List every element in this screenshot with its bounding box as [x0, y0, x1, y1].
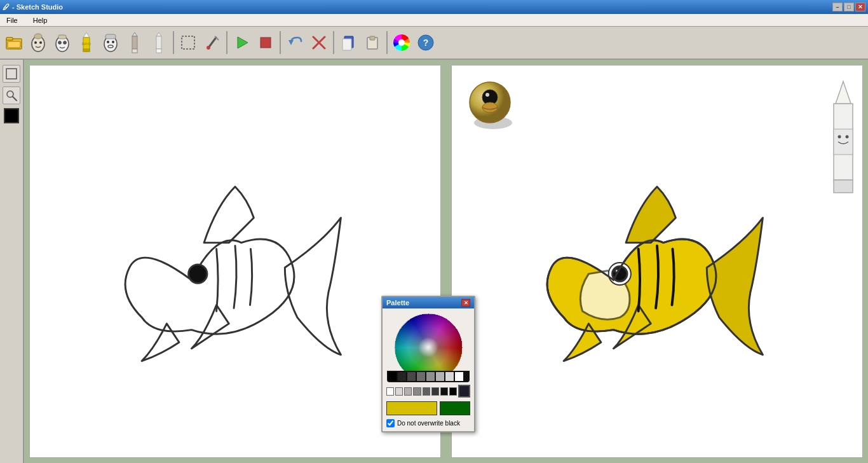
svg-point-5: [39, 41, 42, 44]
svg-point-46: [189, 265, 207, 283]
sphere-character: [458, 72, 509, 123]
primary-color-swatch[interactable]: [386, 401, 437, 415]
svg-rect-10: [58, 35, 66, 39]
svg-point-28: [207, 46, 210, 50]
eyedropper-button[interactable]: [201, 30, 224, 55]
sidebar-tool-1[interactable]: [3, 65, 20, 83]
toolbar: CRAYON: [0, 27, 868, 60]
white-crayon-button[interactable]: [147, 30, 170, 55]
overwrite-row: Do not overwrite black: [386, 419, 470, 427]
gray-swatch-6[interactable]: [440, 387, 448, 396]
svg-rect-19: [105, 34, 116, 39]
svg-rect-13: [83, 49, 90, 52]
svg-point-59: [846, 135, 849, 139]
palette-open-button[interactable]: [390, 30, 413, 55]
svg-point-4: [34, 41, 37, 44]
color-swatch[interactable]: [4, 108, 19, 123]
undo-button[interactable]: [283, 30, 306, 55]
gray-swatch-5[interactable]: [431, 387, 439, 396]
svg-rect-25: [156, 49, 161, 53]
svg-marker-11: [83, 32, 90, 38]
svg-marker-30: [238, 37, 248, 48]
color-wheel-container[interactable]: [387, 312, 470, 382]
delete-button[interactable]: [308, 30, 330, 55]
title-bar-controls: – □ ✕: [832, 3, 865, 11]
face1-button[interactable]: [27, 30, 50, 55]
svg-rect-60: [834, 180, 853, 193]
crayon-character: [824, 78, 856, 193]
svg-point-6: [34, 34, 42, 39]
svg-point-50: [485, 93, 489, 97]
svg-rect-1: [6, 38, 13, 40]
secondary-color-swatch[interactable]: [440, 401, 470, 415]
palette-close-button[interactable]: ✕: [461, 299, 470, 307]
outline-fish-drawing: [30, 66, 440, 457]
svg-rect-21: [132, 36, 137, 49]
gray-swatch-0[interactable]: [386, 387, 394, 396]
toolbar-separator2: [226, 31, 227, 54]
gray-swatch-4[interactable]: [423, 387, 430, 396]
sidebar-tool-2[interactable]: [3, 86, 20, 104]
title-bar-left: 🖊 - Sketch Studio: [3, 3, 63, 11]
open-file-button[interactable]: [3, 30, 25, 55]
close-button[interactable]: ✕: [855, 3, 865, 11]
palette-body: Do not overwrite black: [383, 308, 474, 431]
app-title: - Sketch Studio: [12, 3, 63, 11]
svg-point-40: [398, 39, 405, 46]
toolbar-separator4: [333, 31, 334, 54]
menu-help[interactable]: Help: [29, 15, 51, 25]
svg-point-16: [107, 41, 109, 43]
menu-file[interactable]: File: [3, 15, 22, 25]
do-not-overwrite-checkbox[interactable]: [386, 419, 395, 427]
svg-rect-26: [182, 36, 194, 49]
svg-text:?: ?: [423, 38, 429, 48]
paste-button[interactable]: [361, 30, 384, 55]
minimize-button[interactable]: –: [832, 3, 843, 11]
svg-point-17: [112, 41, 114, 43]
hex-color-button[interactable]: [458, 385, 470, 397]
face3-button[interactable]: [99, 30, 122, 55]
app-icon: 🖊: [3, 3, 10, 11]
color-wheel-canvas[interactable]: [387, 312, 470, 382]
toolbar-separator3: [280, 31, 281, 54]
menu-bar: File Help: [0, 14, 868, 27]
svg-point-58: [838, 135, 841, 139]
yellow-crayon-button[interactable]: CRAYON: [75, 30, 98, 55]
toolbar-separator5: [386, 31, 388, 54]
svg-marker-55: [836, 81, 851, 104]
svg-marker-20: [132, 32, 137, 36]
stop-button[interactable]: [254, 30, 277, 55]
svg-rect-38: [370, 36, 375, 40]
palette-dialog: Palette ✕ Do not overwrite black: [381, 296, 475, 432]
canvas-right: [451, 65, 863, 458]
svg-marker-32: [288, 40, 294, 45]
face2-button[interactable]: [51, 30, 74, 55]
title-bar: 🖊 - Sketch Studio – □ ✕: [0, 0, 868, 14]
gray-swatch-3[interactable]: [413, 387, 421, 396]
svg-point-8: [58, 41, 62, 45]
svg-point-9: [64, 41, 67, 45]
svg-marker-23: [156, 32, 161, 36]
maximize-button[interactable]: □: [844, 3, 854, 11]
svg-rect-36: [342, 39, 351, 50]
svg-rect-24: [156, 36, 161, 49]
svg-rect-31: [261, 38, 271, 48]
gray-swatch-1[interactable]: [395, 387, 403, 396]
toolbar-separator: [173, 31, 174, 54]
do-not-overwrite-label: Do not overwrite black: [397, 420, 460, 427]
svg-rect-43: [6, 69, 17, 79]
play-button[interactable]: [230, 30, 253, 55]
svg-line-45: [13, 97, 17, 100]
svg-rect-22: [132, 49, 137, 53]
gray-swatch-7[interactable]: [449, 387, 457, 396]
pencil-button[interactable]: [123, 30, 146, 55]
canvas-left: [29, 65, 441, 458]
svg-text:CRAYON: CRAYON: [82, 42, 91, 46]
grayscale-row: [386, 385, 470, 397]
selected-colors: [386, 401, 470, 415]
svg-point-51: [482, 102, 498, 113]
copy-button[interactable]: [337, 30, 360, 55]
selection-button[interactable]: [177, 30, 200, 55]
help-button[interactable]: ?: [414, 30, 437, 55]
gray-swatch-2[interactable]: [404, 387, 412, 396]
